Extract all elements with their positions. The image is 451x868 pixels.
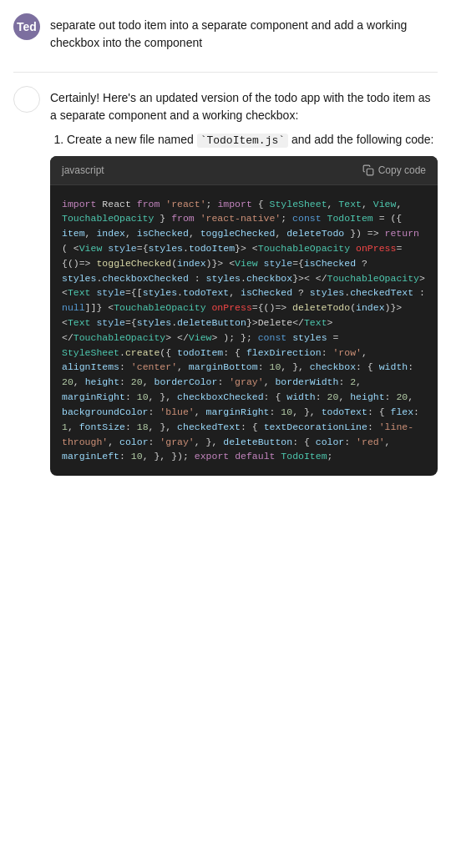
- assistant-message-content: Certainly! Here's an updated version of …: [50, 86, 438, 476]
- step-1: Create a new file named `TodoItem.js` an…: [67, 131, 438, 149]
- openai-icon: [18, 90, 36, 108]
- copy-code-button[interactable]: Copy code: [362, 164, 426, 176]
- assistant-message: Certainly! Here's an updated version of …: [0, 73, 451, 489]
- assistant-avatar: [13, 86, 40, 113]
- step-text-after: and add the following code:: [288, 133, 433, 146]
- user-message-content: separate out todo item into a separate c…: [50, 13, 438, 58]
- user-avatar: Ted: [13, 13, 40, 40]
- code-block-header: javascript Copy code: [50, 156, 438, 185]
- assistant-steps: Create a new file named `TodoItem.js` an…: [50, 131, 438, 149]
- copy-label: Copy code: [378, 164, 426, 176]
- svg-rect-0: [367, 169, 373, 175]
- chat-container: Ted separate out todo item into a separa…: [0, 0, 451, 489]
- assistant-intro-text: Certainly! Here's an updated version of …: [50, 89, 438, 124]
- user-initial: Ted: [17, 20, 37, 33]
- code-block-wrapper: javascript Copy code import React from '…: [50, 156, 438, 477]
- code-block-content: import React from 'react'; import { Styl…: [50, 185, 438, 477]
- step-inline-code: `TodoItem.js`: [197, 134, 288, 148]
- copy-icon: [362, 164, 374, 176]
- step-text-before: Create a new file named: [67, 133, 197, 146]
- code-lang-label: javascript: [62, 163, 104, 178]
- user-message: Ted separate out todo item into a separa…: [0, 0, 451, 72]
- user-message-text: separate out todo item into a separate c…: [50, 17, 438, 52]
